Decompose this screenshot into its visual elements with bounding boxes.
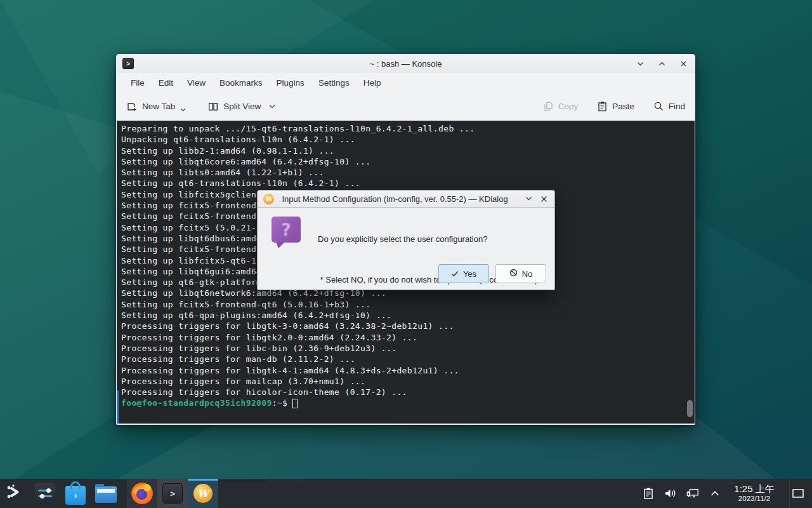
paste-label: Paste [612, 102, 634, 111]
menu-item[interactable]: Edit [152, 76, 180, 90]
firefox-task-button[interactable] [127, 479, 157, 508]
system-settings-icon [34, 483, 56, 504]
yes-button[interactable]: Yes [438, 264, 489, 283]
copy-icon [543, 101, 554, 112]
konsole-app-icon: > [122, 58, 134, 69]
dialog-option-yes: * Select YES, if you wish to update it. [318, 305, 537, 316]
find-button[interactable]: Find [653, 101, 685, 112]
terminal-line: Processing triggers for hicolor-icon-the… [121, 387, 695, 398]
no-label: No [522, 269, 533, 279]
prompt-dollar: $ [282, 398, 287, 408]
kdialog-titlebar[interactable]: W Input Method Configuration (im-config,… [258, 190, 554, 208]
find-icon [653, 101, 664, 112]
prompt-user-host: foo@foo-standardpcq35ich92009 [121, 398, 272, 408]
clock-time: 1:25 上午 [734, 484, 775, 495]
menu-item[interactable]: Help [357, 76, 388, 90]
new-tab-icon [126, 101, 138, 112]
app-launcher-button[interactable] [0, 479, 28, 508]
kdialog-title: Input Method Configuration (im-config, v… [274, 194, 518, 204]
menu-item[interactable]: View [180, 76, 213, 90]
kdialog-body: ? Do you explicitly select the user conf… [258, 208, 554, 290]
maximize-button[interactable] [657, 59, 666, 68]
check-icon [451, 269, 459, 279]
question-bubble-icon: ? [272, 217, 301, 243]
discover-icon: › [65, 486, 86, 505]
system-tray: 1:25 上午 2023/11/2 [641, 479, 812, 508]
window-title: ~ : bash — Konsole [116, 59, 695, 69]
new-tab-label: New Tab [142, 102, 175, 111]
split-view-chevron-down-icon[interactable] [269, 104, 275, 109]
menu-item[interactable]: Plugins [270, 76, 311, 90]
copy-label: Copy [558, 102, 579, 111]
kdialog-more-chevron-down-icon[interactable] [523, 194, 534, 204]
digital-clock[interactable]: 1:25 上午 2023/11/2 [730, 484, 778, 502]
yes-label: Yes [463, 269, 476, 279]
prompt-path: ~ [277, 398, 282, 408]
terminal-line: Setting up libb2-1:amd64 (0.98.1-1.1) ..… [121, 145, 695, 156]
prompt-colon: : [272, 398, 277, 408]
terminal-line: Setting up libts0:amd64 (1.22-1+b1) ... [121, 167, 695, 178]
show-desktop-icon [792, 488, 804, 498]
konsole-task-button[interactable]: > [157, 479, 188, 508]
konsole-titlebar[interactable]: > ~ : bash — Konsole [116, 54, 695, 73]
kdialog-close-icon[interactable] [539, 194, 549, 204]
find-label: Find [669, 102, 685, 111]
new-output-indicator [117, 391, 119, 424]
cancel-icon [509, 269, 518, 279]
volume-tray-button[interactable] [664, 486, 678, 500]
split-view-label: Split View [223, 102, 261, 111]
terminal-cursor [292, 399, 298, 408]
terminal-prompt-line: foo@foo-standardpcq35ich92009:~$ [117, 398, 695, 408]
menu-item[interactable]: Settings [311, 76, 357, 90]
terminal-line: Processing triggers for mailcap (3.70+nm… [121, 376, 695, 387]
folder-icon [95, 486, 117, 503]
terminal-line: Unpacking qt6-translations-l10n (6.4.2-1… [121, 134, 695, 145]
network-icon [686, 487, 700, 500]
terminal-scrollbar[interactable] [687, 400, 693, 417]
split-view-icon [207, 101, 219, 112]
kde-launcher-icon [5, 483, 23, 504]
minimize-button[interactable] [636, 59, 645, 68]
kdialog-window: W Input Method Configuration (im-config,… [257, 190, 555, 290]
dialog-question: Do you explicitly select the user config… [318, 234, 537, 244]
menu-bar: FileEditViewBookmarksPluginsSettingsHelp [116, 73, 695, 92]
question-mark-glyph: ? [281, 220, 291, 239]
terminal-line: Setting up libqt6core6:amd64 (6.4.2+dfsg… [121, 156, 695, 167]
menu-item[interactable]: Bookmarks [213, 76, 270, 90]
terminal-line: Processing triggers for libgtk-4-1:amd64… [121, 365, 695, 376]
chevron-up-icon [710, 490, 720, 497]
discover-button[interactable]: › [62, 479, 89, 508]
network-tray-button[interactable] [686, 486, 700, 500]
terminal-line: Setting up qt6-translations-l10n (6.4.2-… [121, 178, 695, 189]
clock-date: 2023/11/2 [734, 495, 775, 503]
clipboard-icon [642, 487, 655, 500]
copy-button[interactable]: Copy [543, 101, 579, 112]
dolphin-button[interactable] [93, 479, 119, 508]
taskbar: › > W 1:25 上午 2023/11/2 [0, 479, 812, 508]
terminal-line: Processing triggers for man-db (2.11.2-2… [121, 354, 695, 364]
paste-button[interactable]: Paste [597, 101, 634, 112]
volume-icon [664, 487, 678, 500]
no-button[interactable]: No [495, 264, 546, 283]
system-settings-button[interactable] [32, 479, 58, 508]
im-config-task-icon: W [193, 484, 213, 503]
paste-icon [597, 101, 608, 112]
new-tab-chevron-down-icon[interactable] [180, 108, 186, 112]
toolbar: New Tab Split View Copy Past [116, 92, 695, 121]
konsole-icon: > [162, 483, 183, 504]
im-config-icon: W [263, 194, 274, 204]
close-button[interactable] [679, 59, 688, 68]
terminal-line: Preparing to unpack .../15-qt6-translati… [121, 123, 695, 134]
kdialog-task-button-active[interactable]: W [188, 479, 218, 508]
split-view-button[interactable]: Split View [207, 101, 275, 112]
menu-item[interactable]: File [124, 76, 152, 90]
clipboard-tray-button[interactable] [641, 486, 655, 500]
show-desktop-button[interactable] [789, 479, 806, 508]
terminal-line: Processing triggers for libc-bin (2.36-9… [121, 343, 695, 354]
firefox-icon [131, 483, 153, 504]
tray-expander-button[interactable] [708, 486, 722, 500]
new-tab-button[interactable]: New Tab [126, 101, 186, 112]
